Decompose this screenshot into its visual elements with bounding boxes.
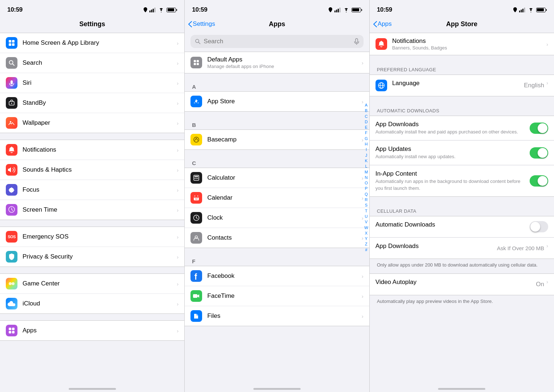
cellular-data-header: Cellular Data	[370, 203, 554, 216]
svg-rect-24	[338, 9, 339, 12]
alpha-g[interactable]: G	[365, 136, 368, 141]
settings-item-sounds[interactable]: Sounds & Haptics ›	[0, 160, 184, 180]
calculator-item[interactable]: Calculator ›	[185, 168, 369, 188]
facebook-text: Facebook	[207, 272, 359, 280]
separator-2	[370, 197, 554, 203]
app-updates-toggle[interactable]	[530, 147, 548, 159]
app-updates-content: App Updates Automatically install new ap…	[376, 145, 525, 160]
app-store-back-button[interactable]: Apps	[373, 20, 392, 28]
settings-item-screen-time[interactable]: Screen Time ›	[0, 200, 184, 220]
contacts-item[interactable]: Contacts ›	[185, 228, 369, 248]
alpha-o[interactable]: O	[365, 180, 368, 185]
cellular-app-downloads-value: Ask If Over 200 MB	[497, 245, 544, 251]
alpha-s[interactable]: S	[365, 203, 368, 208]
apps-scroll[interactable]: A B C D E F G H I J K L M N O P Q R S T …	[185, 52, 369, 392]
alpha-f[interactable]: F	[365, 130, 368, 135]
alpha-j[interactable]: J	[365, 153, 368, 158]
in-app-content-title: In-App Content	[376, 170, 525, 177]
alpha-c[interactable]: C	[365, 114, 368, 119]
app-updates-subtitle: Automatically install new app updates.	[376, 153, 525, 160]
group-f-list: Facebook › FaceTime › Files	[185, 266, 369, 326]
app-updates-row: App Updates Automatically install new ap…	[370, 140, 554, 165]
chevron-privacy: ›	[177, 254, 178, 260]
facetime-text: FaceTime	[207, 292, 359, 300]
alpha-p[interactable]: P	[365, 186, 368, 191]
alpha-hash[interactable]: #	[365, 247, 367, 252]
svg-rect-6	[9, 43, 11, 46]
facetime-item[interactable]: FaceTime ›	[185, 286, 369, 306]
settings-group-3: SOS Emergency SOS › Privacy & Security ›	[0, 227, 184, 267]
settings-item-standby[interactable]: StandBy ›	[0, 93, 184, 113]
svg-rect-0	[149, 11, 150, 12]
settings-item-apps[interactable]: Apps ›	[0, 321, 184, 340]
settings-item-sos[interactable]: SOS Emergency SOS ›	[0, 227, 184, 247]
alpha-y[interactable]: Y	[365, 236, 368, 241]
video-autoplay-row[interactable]: Video Autoplay On ›	[370, 274, 554, 295]
language-item[interactable]: Language English ›	[370, 75, 554, 96]
settings-item-notifications[interactable]: Notifications ›	[0, 140, 184, 160]
settings-item-home-screen[interactable]: Home Screen & App Library ›	[0, 33, 184, 53]
svg-point-14	[10, 121, 11, 123]
focus-icon	[6, 184, 17, 196]
status-time-3: 10:59	[377, 6, 392, 13]
svg-rect-49	[519, 11, 520, 12]
facebook-item[interactable]: Facebook ›	[185, 266, 369, 286]
apps-nav-header: Settings Apps	[185, 17, 369, 33]
chevron-facebook: ›	[362, 273, 364, 279]
alpha-h[interactable]: H	[365, 141, 368, 147]
in-app-content-toggle[interactable]	[530, 175, 548, 187]
apps-search-input[interactable]	[204, 38, 351, 45]
alpha-k[interactable]: K	[365, 158, 368, 163]
apps-text: Apps	[23, 327, 174, 334]
clock-item[interactable]: Clock ›	[185, 208, 369, 228]
in-app-content-row: In-App Content Automatically run apps in…	[370, 165, 554, 196]
alpha-m[interactable]: M	[365, 169, 368, 175]
alpha-q[interactable]: Q	[365, 192, 368, 197]
app-store-item[interactable]: App Store ›	[185, 92, 369, 111]
alpha-t[interactable]: T	[365, 208, 368, 213]
signal-icon	[149, 8, 156, 12]
apps-back-button[interactable]: Settings	[188, 20, 215, 28]
alpha-v[interactable]: V	[365, 219, 368, 224]
privacy-label: Privacy & Security	[23, 253, 174, 260]
calendar-item[interactable]: 12 Calendar ›	[185, 188, 369, 208]
app-store-nav-header: Apps App Store	[370, 17, 554, 33]
alpha-z[interactable]: Z	[365, 241, 368, 247]
notif-item[interactable]: Notifications Banners, Sounds, Badges ›	[370, 33, 554, 55]
settings-scroll[interactable]: Home Screen & App Library › Search ›	[0, 33, 184, 392]
alpha-i[interactable]: I	[366, 147, 367, 152]
cellular-auto-toggle[interactable]	[530, 221, 548, 232]
settings-title: Settings	[79, 20, 105, 28]
apps-search-bar[interactable]	[190, 35, 363, 48]
settings-item-focus[interactable]: Focus ›	[0, 180, 184, 200]
cellular-app-downloads-row[interactable]: App Downloads Ask If Over 200 MB ›	[370, 237, 554, 259]
settings-item-search[interactable]: Search ›	[0, 53, 184, 73]
group-label-c: C	[185, 156, 369, 168]
alpha-w[interactable]: W	[364, 225, 368, 230]
files-item[interactable]: Files ›	[185, 306, 369, 326]
basecamp-item[interactable]: Basecamp ›	[185, 130, 369, 149]
alpha-n[interactable]: N	[365, 175, 368, 180]
cellular-app-downloads-title: App Downloads	[376, 243, 494, 250]
alpha-u[interactable]: U	[365, 214, 368, 219]
screen-time-label: Screen Time	[23, 206, 174, 213]
alpha-e[interactable]: E	[365, 125, 368, 130]
alpha-x[interactable]: X	[365, 231, 368, 236]
settings-item-siri[interactable]: Siri ›	[0, 73, 184, 93]
app-store-back-label: Apps	[378, 20, 392, 28]
app-downloads-toggle[interactable]	[530, 123, 548, 134]
app-store-scroll[interactable]: Notifications Banners, Sounds, Badges › …	[370, 33, 554, 392]
app-updates-title: App Updates	[376, 145, 525, 153]
alpha-r[interactable]: R	[365, 197, 368, 202]
alpha-a[interactable]: A	[365, 103, 368, 108]
settings-item-privacy[interactable]: Privacy & Security ›	[0, 247, 184, 267]
default-apps-item[interactable]: Default Apps Manage default apps on iPho…	[185, 52, 369, 73]
settings-item-icloud[interactable]: iCloud ›	[0, 294, 184, 313]
alpha-d[interactable]: D	[365, 119, 368, 124]
settings-item-wallpaper[interactable]: Wallpaper ›	[0, 113, 184, 133]
alpha-b[interactable]: B	[365, 108, 368, 113]
siri-label: Siri	[23, 79, 174, 87]
language-title: Language	[392, 80, 521, 87]
alpha-l[interactable]: L	[365, 164, 367, 169]
settings-item-game-center[interactable]: Game Center ›	[0, 274, 184, 294]
